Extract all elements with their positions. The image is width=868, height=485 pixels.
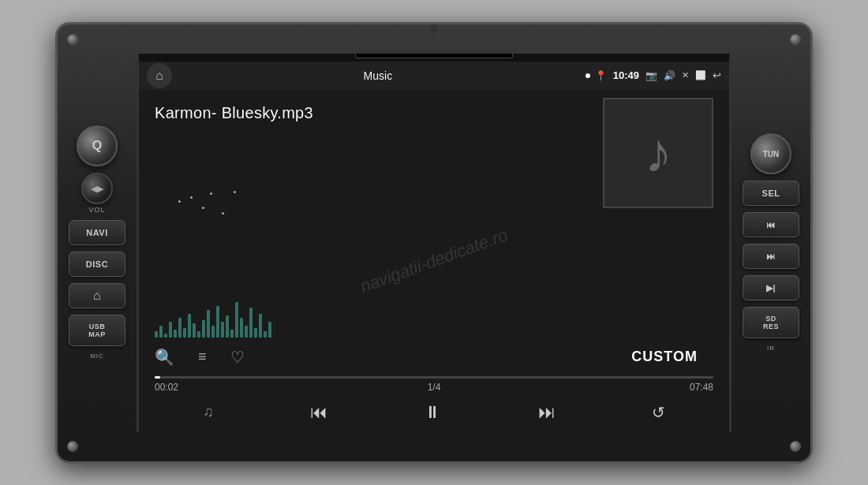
visualizer (155, 169, 587, 338)
volume-icon: 🔊 (664, 70, 675, 81)
search-icon[interactable]: 🔍 (155, 348, 174, 367)
vol-label: VOL (88, 206, 105, 214)
right-play-button[interactable]: ▶| (743, 275, 799, 300)
ir-label: IR (767, 345, 775, 352)
track-count: 1/4 (428, 382, 441, 393)
home-status-btn[interactable]: ⌂ (147, 63, 172, 88)
back-icon: ↩ (713, 69, 721, 81)
usb-map-button[interactable]: USB MAP (69, 315, 125, 346)
pause-button[interactable]: ⏸ (424, 402, 441, 423)
mic-label: MIC (90, 353, 104, 360)
next-button[interactable]: ⏭ (538, 402, 556, 423)
current-time: 00:02 (155, 382, 178, 393)
repeat-button[interactable]: ↺ (652, 403, 665, 422)
sd-res-button[interactable]: SD RES (743, 307, 799, 338)
action-row: 🔍 ≡ ♡ CUSTOM (139, 341, 729, 373)
sel-button[interactable]: SEL (743, 181, 799, 206)
right-prev-button[interactable]: ⏮ (743, 212, 799, 237)
custom-label[interactable]: CUSTOM (631, 349, 698, 365)
prev-button[interactable]: ⏮ (310, 402, 327, 423)
tun-knob[interactable]: TUN (750, 133, 791, 174)
status-time: 10:49 (613, 69, 639, 81)
cd-slot (355, 54, 513, 58)
vol-knob[interactable]: ◀▶ (81, 173, 113, 204)
right-next-button[interactable]: ⏭ (743, 244, 799, 269)
android-screen: ⌂ Music 📍 10:49 📷 🔊 ✕ ⬜ (139, 62, 729, 432)
q-knob[interactable]: Q (77, 125, 118, 166)
camera-icon: 📷 (645, 70, 657, 81)
navi-button[interactable]: NAVI (69, 220, 125, 245)
time-row: 00:02 1/4 07:48 (155, 382, 713, 393)
progress-fill (155, 376, 160, 379)
music-note-icon: ♪ (645, 125, 672, 181)
progress-track[interactable] (155, 376, 713, 379)
status-dot (586, 73, 590, 78)
progress-area: 00:02 1/4 07:48 (139, 376, 729, 393)
head-unit: Q ◀▶ VOL NAVI DISC ⌂ U (55, 22, 813, 464)
total-time: 07:48 (690, 382, 713, 393)
app-title: Music (177, 69, 579, 82)
list-icon[interactable]: ♫ (203, 404, 214, 420)
close-icon: ✕ (682, 70, 689, 80)
screen-bezel: ⌂ Music 📍 10:49 📷 🔊 ✕ ⬜ (137, 54, 731, 432)
left-panel: Q ◀▶ VOL NAVI DISC ⌂ U (58, 24, 137, 461)
heart-icon[interactable]: ♡ (230, 348, 245, 367)
controls-row: ♫ ⏮ ⏸ ⏭ ↺ (139, 393, 729, 432)
location-icon: 📍 (595, 70, 607, 81)
playlist-icon[interactable]: ≡ (198, 349, 207, 365)
home-button[interactable]: ⌂ (69, 283, 125, 308)
window-icon: ⬜ (695, 70, 706, 80)
status-bar: ⌂ Music 📍 10:49 📷 🔊 ✕ ⬜ (139, 62, 729, 90)
disc-button[interactable]: DISC (69, 252, 125, 277)
player-content: Karmon- Bluesky.mp3 ♪ (139, 90, 729, 432)
status-icons: 📍 10:49 📷 🔊 ✕ ⬜ ↩ (595, 69, 721, 81)
screen-area: ⌂ Music 📍 10:49 📷 🔊 ✕ ⬜ (137, 24, 731, 461)
right-panel: TUN SEL ⏮ ⏭ ▶| SD RES (731, 24, 810, 461)
album-art: ♪ (603, 98, 713, 208)
